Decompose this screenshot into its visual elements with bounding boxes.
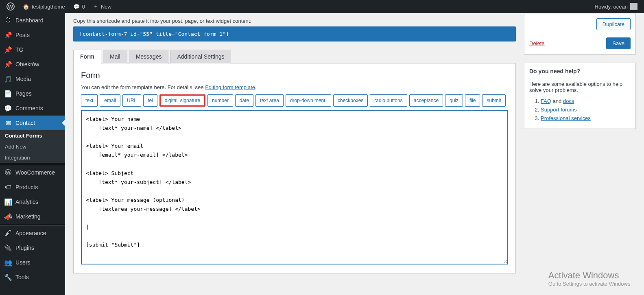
- delete-link[interactable]: Delete: [529, 40, 545, 46]
- activate-title: Activate Windows: [548, 270, 632, 281]
- tag-date-button[interactable]: date: [235, 94, 253, 107]
- help-link[interactable]: Support forums: [541, 107, 577, 113]
- tag-drop-down-menu-button[interactable]: drop-down menu: [286, 94, 331, 107]
- new-content-link[interactable]: ＋ New: [91, 0, 114, 13]
- help-box: Do you need help? Here are some availabl…: [524, 63, 636, 129]
- menu-label: Users: [15, 259, 31, 266]
- home-icon: 🏠: [23, 4, 29, 10]
- menu-label: Tools: [15, 274, 29, 280]
- woo-icon: Ⓦ: [4, 168, 12, 177]
- new-label: New: [101, 4, 111, 10]
- save-button[interactable]: Save: [606, 37, 631, 49]
- admin-sidebar: ⏱Dashboard📌Posts📌TG📌Obiektów🎵Media📄Pages…: [0, 13, 65, 295]
- menu-item-comments[interactable]: 💬Comments: [0, 101, 65, 116]
- menu-label: Posts: [15, 32, 30, 38]
- menu-item-contact[interactable]: ✉Contact: [0, 116, 65, 130]
- help-link[interactable]: Professional services: [541, 115, 591, 121]
- menu-item-marketing[interactable]: 📣Marketing: [0, 209, 65, 224]
- menu-label: Marketing: [15, 213, 40, 220]
- dashboard-icon: ⏱: [4, 16, 12, 24]
- duplicate-button[interactable]: Duplicate: [596, 18, 631, 30]
- shortcode-display[interactable]: [contact-form-7 id="55" title="Contact f…: [73, 26, 516, 42]
- menu-item-products[interactable]: 🏷Products: [0, 180, 65, 194]
- menu-label: Products: [15, 184, 38, 190]
- form-template-textarea[interactable]: [81, 110, 508, 264]
- help-link-item: FAQ and docs: [541, 98, 631, 104]
- help-link[interactable]: docs: [563, 98, 574, 104]
- menu-label: Media: [15, 76, 31, 82]
- tag-text-button[interactable]: text: [81, 94, 98, 107]
- submenu-item-integration[interactable]: Integration: [0, 152, 65, 163]
- tag-quiz-button[interactable]: quiz: [445, 94, 463, 107]
- tag-acceptance-button[interactable]: acceptance: [409, 94, 443, 107]
- tag-number-button[interactable]: number: [207, 94, 233, 107]
- users-icon: 👥: [4, 258, 12, 267]
- tab-messages[interactable]: Messages: [129, 50, 169, 63]
- panel-description: You can edit the form template here. For…: [81, 84, 508, 90]
- megaphone-icon: 📣: [4, 212, 12, 221]
- tab-form[interactable]: Form: [73, 50, 101, 63]
- pin-icon: 📌: [4, 31, 12, 39]
- tag-email-button[interactable]: email: [100, 94, 120, 107]
- help-link-item: Professional services: [541, 115, 631, 121]
- site-name-link[interactable]: 🏠 testplugtheme: [20, 0, 68, 13]
- menu-item-pages[interactable]: 📄Pages: [0, 86, 65, 101]
- submenu-item-contact-forms[interactable]: Contact Forms: [0, 130, 65, 141]
- help-link[interactable]: FAQ: [541, 98, 551, 104]
- tag-radio-buttons-button[interactable]: radio buttons: [370, 94, 407, 107]
- menu-item-posts[interactable]: 📌Posts: [0, 28, 65, 42]
- howdy-text: Howdy, ocean: [595, 4, 628, 10]
- menu-item-users[interactable]: 👥Users: [0, 255, 65, 270]
- plug-icon: 🔌: [4, 244, 12, 252]
- menu-label: Obiektów: [15, 61, 39, 68]
- tag-url-button[interactable]: URL: [122, 94, 141, 107]
- user-menu[interactable]: Howdy, ocean: [592, 0, 640, 13]
- windows-activation-watermark: Activate Windows Go to Settings to activ…: [548, 270, 632, 287]
- shortcode-instruction: Copy this shortcode and paste it into yo…: [73, 18, 516, 24]
- tag-file-button[interactable]: file: [465, 94, 480, 107]
- tag-tel-button[interactable]: tel: [143, 94, 157, 107]
- comment-icon: 💬: [73, 4, 80, 10]
- help-link-item: Support forums: [541, 107, 631, 113]
- menu-item-appearance[interactable]: 🖌Appearance: [0, 226, 65, 240]
- menu-label: WooCommerce: [15, 169, 55, 176]
- chart-icon: 📊: [4, 198, 12, 206]
- tag-icon: 🏷: [4, 183, 12, 191]
- comments-link[interactable]: 💬 0: [71, 0, 87, 13]
- menu-item-dashboard[interactable]: ⏱Dashboard: [0, 13, 65, 28]
- form-panel: Form You can edit the form template here…: [73, 63, 516, 273]
- wp-logo-menu[interactable]: W: [4, 0, 17, 13]
- pin-icon: 📌: [4, 46, 12, 54]
- mail-icon: ✉: [4, 119, 12, 127]
- tab-mail[interactable]: Mail: [103, 50, 127, 63]
- menu-item-tools[interactable]: 🔧Tools: [0, 270, 65, 284]
- menu-item-woocommerce[interactable]: ⓌWooCommerce: [0, 165, 65, 180]
- menu-label: Pages: [15, 90, 32, 97]
- wordpress-icon: W: [7, 2, 15, 11]
- submenu: Contact FormsAdd NewIntegration: [0, 130, 65, 163]
- activate-subtitle: Go to Settings to activate Windows.: [548, 281, 632, 287]
- tag-submit-button[interactable]: submit: [482, 94, 505, 107]
- tab-additional-settings[interactable]: Additional Settings: [170, 50, 231, 63]
- menu-item-media[interactable]: 🎵Media: [0, 72, 65, 86]
- comment-count: 0: [82, 4, 85, 10]
- menu-label: Analytics: [15, 199, 38, 205]
- brush-icon: 🖌: [4, 229, 12, 237]
- wrench-icon: 🔧: [4, 273, 12, 281]
- media-icon: 🎵: [4, 75, 12, 83]
- menu-label: Plugins: [15, 245, 34, 251]
- tag-checkboxes-button[interactable]: checkboxes: [333, 94, 368, 107]
- tag-text-area-button[interactable]: text area: [255, 94, 284, 107]
- menu-item-analytics[interactable]: 📊Analytics: [0, 194, 65, 209]
- plus-icon: ＋: [93, 3, 98, 10]
- panel-title: Form: [81, 71, 508, 80]
- menu-item-plugins[interactable]: 🔌Plugins: [0, 240, 65, 255]
- menu-item-obiektów[interactable]: 📌Obiektów: [0, 57, 65, 72]
- tag-generator-row: textemailURLteldigital_signaturenumberda…: [81, 94, 508, 107]
- menu-item-tg[interactable]: 📌TG: [0, 42, 65, 57]
- tag-digital-signature-button[interactable]: digital_signature: [159, 94, 205, 107]
- submenu-item-add-new[interactable]: Add New: [0, 141, 65, 152]
- comment-icon: 💬: [4, 104, 12, 112]
- editing-template-link[interactable]: Editing form template: [205, 84, 255, 90]
- menu-label: Contact: [15, 120, 35, 126]
